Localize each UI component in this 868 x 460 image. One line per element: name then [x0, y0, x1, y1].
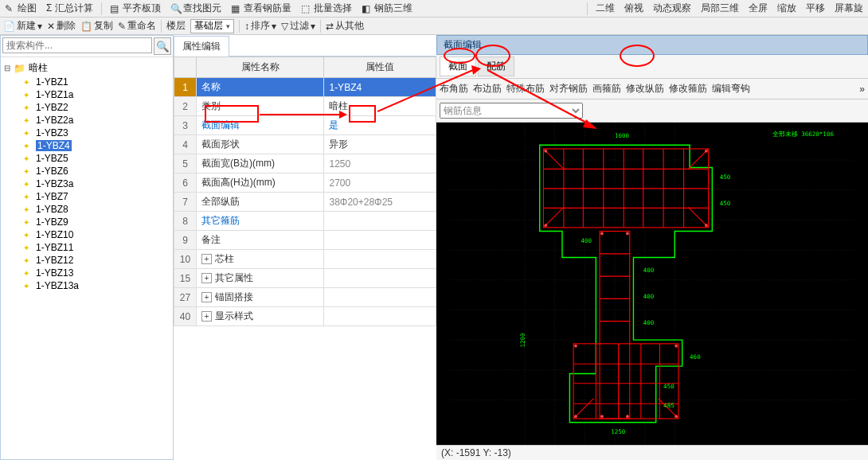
btn-sort[interactable]: ↕排序 ▾	[244, 19, 276, 33]
tree-item[interactable]: ✦1-YBZ11	[23, 241, 170, 254]
component-tree[interactable]: 📁暗柱 ✦1-YBZ1✦1-YBZ1a✦1-YBZ2✦1-YBZ2a✦1-YBZ…	[1, 57, 173, 459]
cmd-对齐钢筋[interactable]: 对齐钢筋	[549, 82, 588, 96]
tree-item[interactable]: ✦1-YBZ5	[23, 152, 170, 165]
tool-rebar-qty[interactable]: ▦查看钢筋量	[229, 1, 293, 16]
cmd-修改纵筋[interactable]: 修改纵筋	[626, 82, 664, 96]
svg-rect-17	[573, 344, 678, 419]
prop-row[interactable]: 15其它属性	[174, 269, 436, 288]
tool-rebar-3d[interactable]: ◧钢筋三维	[360, 1, 414, 16]
svg-point-56	[674, 415, 678, 418]
tree-item[interactable]: ✦1-YBZ2a	[23, 114, 170, 127]
svg-text:1250: 1250	[611, 428, 626, 435]
btn-filter[interactable]: ▽过滤 ▾	[281, 19, 315, 33]
tree-item[interactable]: ✦1-YBZ13	[23, 267, 170, 279]
col-name: 属性名称	[197, 57, 324, 78]
cmd-画箍筋[interactable]: 画箍筋	[592, 82, 621, 96]
cmd-more[interactable]: »	[859, 84, 865, 95]
cmd-编辑弯钩[interactable]: 编辑弯钩	[712, 82, 750, 96]
tool-align-slab[interactable]: ▤平齐板顶	[108, 1, 162, 16]
tree-item[interactable]: ✦1-YBZ10	[23, 228, 170, 241]
svg-point-51	[600, 415, 604, 418]
tool-find[interactable]: 🔍查找图元	[169, 1, 223, 16]
cmd-布角筋[interactable]: 布角筋	[440, 82, 468, 96]
svg-point-46	[705, 150, 708, 153]
btn-delete[interactable]: ✕删除	[47, 19, 76, 33]
tree-root[interactable]: 暗柱	[29, 61, 48, 75]
tree-item[interactable]: ✦1-YBZ3a	[23, 177, 170, 190]
prop-row[interactable]: 2类别暗柱	[174, 97, 436, 116]
tool-local3d[interactable]: 局部三维	[699, 1, 741, 16]
tool-2d[interactable]: 二维	[594, 1, 616, 16]
prop-row[interactable]: 10芯柱	[174, 250, 436, 269]
tool-pan[interactable]: 平移	[804, 1, 827, 16]
tree-item[interactable]: ✦1-YBZ1a	[23, 88, 170, 101]
prop-row[interactable]: 27锚固搭接	[174, 288, 436, 307]
svg-point-55	[574, 415, 577, 418]
search-input[interactable]	[2, 37, 152, 53]
tool-topview[interactable]: 俯视	[623, 1, 645, 16]
tool-batch-select[interactable]: ⬚批量选择	[299, 1, 354, 16]
tree-item[interactable]: ✦1-YBZ6	[23, 165, 170, 177]
btn-copy[interactable]: 📋复制	[80, 19, 113, 33]
tree-item[interactable]: ✦1-YBZ12	[23, 254, 170, 267]
secondary-toolbar: 📄新建 ▾ ✕删除 📋复制 ✎重命名 楼层 基础层 ↕排序 ▾ ▽过滤 ▾ ⇄从…	[0, 18, 868, 35]
cmd-特殊布筋[interactable]: 特殊布筋	[506, 82, 545, 96]
tree-item[interactable]: ✦1-YBZ7	[23, 190, 170, 203]
prop-row[interactable]: 3截面编辑是	[174, 116, 436, 135]
svg-point-53	[574, 345, 577, 348]
tool-sum[interactable]: Σ 汇总计算	[45, 1, 95, 16]
tab-section[interactable]: 截面	[440, 57, 476, 76]
status-bar: (X: -1591 Y: -13)	[436, 445, 868, 460]
tool-draw[interactable]: ✎绘图	[3, 1, 38, 16]
svg-text:450: 450	[720, 200, 731, 207]
tree-item[interactable]: ✦1-YBZ1	[23, 76, 170, 88]
property-table[interactable]: 属性名称 属性值 1名称1-YBZ42类别暗柱3截面编辑是4截面形状异形5截面宽…	[174, 57, 436, 326]
section-editor-pane: 截面编辑 截面 配筋 布角筋布边筋特殊布筋对齐钢筋画箍筋修改纵筋修改箍筋编辑弯钩…	[436, 35, 868, 460]
svg-text:全部未移 36620*106
          8120*: 全部未移 36620*106 8120*100	[772, 131, 868, 138]
svg-text:400: 400	[581, 237, 592, 244]
tree-item[interactable]: ✦1-YBZ4	[23, 139, 170, 152]
tool-orbit[interactable]: 动态观察	[651, 1, 693, 16]
prop-row[interactable]: 1名称1-YBZ4	[174, 78, 436, 97]
prop-row[interactable]: 9备注	[174, 231, 436, 250]
dropdown-floor[interactable]: 基础层	[190, 19, 234, 33]
svg-text:485: 485	[663, 402, 674, 409]
section-canvas[interactable]: 1000 450 450 400 400 400 460 450 485 125…	[436, 123, 868, 445]
prop-row[interactable]: 6截面高(H边)(mm)2700	[174, 173, 436, 193]
svg-point-52	[626, 415, 629, 418]
svg-point-50	[626, 232, 629, 236]
svg-point-47	[544, 224, 547, 227]
prop-row[interactable]: 40显示样式	[174, 307, 436, 326]
cmd-修改箍筋[interactable]: 修改箍筋	[669, 82, 707, 96]
btn-rename[interactable]: ✎重命名	[118, 19, 156, 33]
btn-new[interactable]: 📄新建 ▾	[3, 19, 42, 33]
svg-text:450: 450	[663, 383, 674, 390]
col-value: 属性值	[324, 57, 436, 78]
tool-screenrot[interactable]: 屏幕旋	[833, 1, 865, 16]
prop-row[interactable]: 7全部纵筋38Φ20+28Φ25	[174, 193, 436, 212]
tool-fullscreen[interactable]: 全屏	[747, 1, 769, 16]
property-pane: 属性编辑 属性名称 属性值 1名称1-YBZ42类别暗柱3截面编辑是4截面形状异…	[174, 35, 436, 460]
prop-row[interactable]: 4截面形状异形	[174, 135, 436, 154]
svg-point-45	[544, 150, 547, 153]
main-toolbar: ✎绘图 Σ 汇总计算 ▤平齐板顶 🔍查找图元 ▦查看钢筋量 ⬚批量选择 ◧钢筋三…	[0, 0, 868, 18]
svg-text:1000: 1000	[615, 132, 630, 139]
tree-item[interactable]: ✦1-YBZ2	[23, 101, 170, 114]
tree-item[interactable]: ✦1-YBZ13a	[23, 279, 170, 292]
tree-item[interactable]: ✦1-YBZ8	[23, 203, 170, 216]
panel-title: 截面编辑	[436, 35, 868, 55]
search-button[interactable]: 🔍	[154, 37, 171, 55]
cmd-布边筋[interactable]: 布边筋	[473, 82, 502, 96]
tab-rebar[interactable]: 配筋	[478, 57, 514, 76]
prop-row[interactable]: 5截面宽(B边)(mm)1250	[174, 154, 436, 173]
tree-item[interactable]: ✦1-YBZ3	[23, 127, 170, 139]
tab-prop-edit[interactable]: 属性编辑	[174, 36, 229, 57]
svg-point-48	[705, 224, 708, 227]
svg-text:400: 400	[643, 267, 655, 274]
component-tree-pane: 🔍 📁暗柱 ✦1-YBZ1✦1-YBZ1a✦1-YBZ2✦1-YBZ2a✦1-Y…	[0, 35, 174, 460]
prop-row[interactable]: 8其它箍筋	[174, 212, 436, 231]
tree-item[interactable]: ✦1-YBZ9	[23, 216, 170, 228]
tool-zoom[interactable]: 缩放	[776, 1, 798, 16]
btn-from-other[interactable]: ⇄从其他	[326, 19, 364, 33]
rebar-info-dropdown[interactable]: 钢筋信息	[440, 103, 583, 119]
